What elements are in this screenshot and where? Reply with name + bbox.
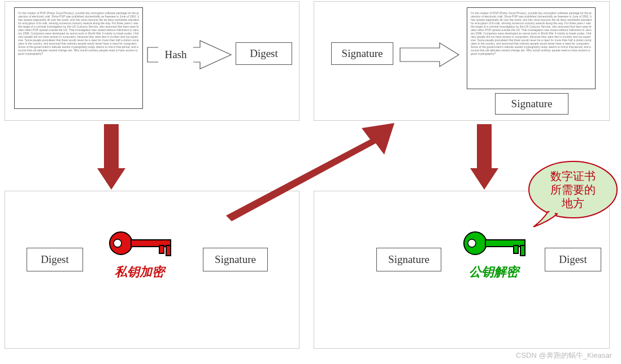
quadrant-2: Signature I'm the creator of PGP (Pretty… [314, 1, 610, 121]
hash-label: Hash [158, 47, 193, 63]
callout-line3: 地方 [562, 197, 584, 209]
signature-box-output: Signature [203, 248, 268, 271]
svg-point-6 [468, 239, 476, 247]
svg-rect-3 [159, 245, 164, 253]
doc-signature-box: Signature [495, 93, 568, 115]
attach-arrow-shape [399, 41, 461, 68]
digest-box-output: Digest [545, 248, 601, 271]
callout-line1: 数字证书 [550, 170, 596, 182]
document-original: I'm the creator of PGP (Pretty Good Priv… [14, 7, 143, 109]
svg-rect-2 [131, 240, 171, 247]
document-text: I'm the creator of PGP (Pretty Good Priv… [471, 11, 592, 55]
flow-arrow-q1-q3 [96, 123, 127, 191]
svg-rect-7 [485, 240, 525, 247]
public-key-section: 公钥解密 [449, 226, 539, 280]
private-key-caption: 私钥加密 [94, 264, 185, 280]
svg-rect-4 [166, 245, 171, 256]
document-text: I'm the creator of PGP (Pretty Good Priv… [18, 11, 139, 55]
svg-rect-9 [520, 245, 525, 256]
quadrant-1: I'm the creator of PGP (Pretty Good Priv… [5, 1, 299, 121]
flow-arrow-q2-q4 [469, 123, 500, 191]
callout-line2: 所需要的 [550, 183, 596, 196]
signature-box-input: Signature [376, 248, 441, 271]
document-signed: I'm the creator of PGP (Pretty Good Priv… [467, 7, 596, 89]
callout-text: 数字证书 所需要的 地方 [539, 169, 607, 210]
key-icon [94, 226, 185, 262]
private-key-section: 私钥加密 [94, 226, 185, 280]
digest-box: Digest [236, 42, 292, 65]
callout-bubble: 数字证书 所需要的 地方 [526, 158, 620, 234]
svg-point-1 [114, 239, 121, 247]
digest-box: Digest [27, 248, 83, 271]
flow-arrow-q3-q2 [215, 120, 396, 221]
signature-box-input: Signature [331, 42, 393, 65]
svg-rect-8 [514, 245, 518, 253]
watermark: CSDN @奔跑的蜗牛_Kieasar [516, 350, 612, 361]
public-key-caption: 公钥解密 [449, 264, 539, 280]
